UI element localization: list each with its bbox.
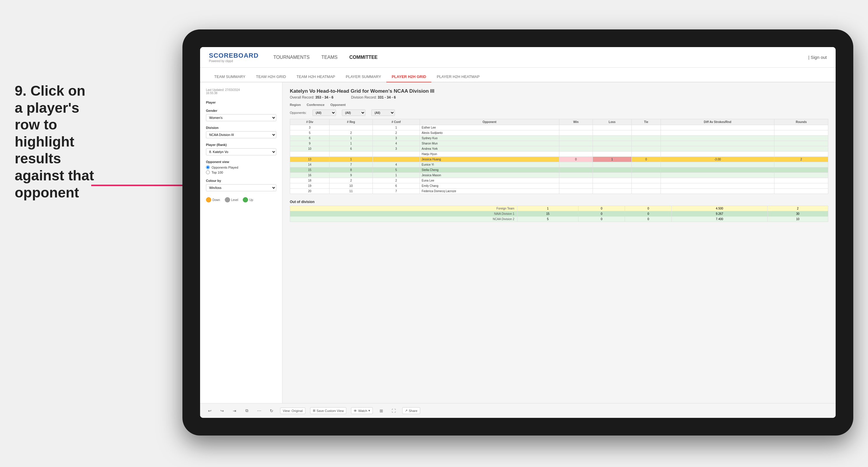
cell-win: [559, 183, 593, 189]
cell-reg: 7: [330, 162, 372, 167]
table-row[interactable]: 20 11 7 Federica Domecq Lacroze: [290, 189, 828, 194]
cell-tie: [631, 167, 660, 173]
cell-conf: 2: [372, 178, 420, 183]
cell-rounds: [774, 136, 828, 141]
fullscreen-button[interactable]: ⛶: [390, 407, 398, 415]
conference-filter[interactable]: (All): [342, 110, 366, 116]
bottom-toolbar: ↩ ↪ ⇥ ⧉ ⋯ ↻ View: Original ⊞ Save Custom…: [200, 403, 836, 418]
cell-conf: 3: [372, 146, 420, 152]
out-cell-win: 15: [518, 211, 578, 217]
cell-loss: [593, 125, 631, 130]
opponents-label: Opponents:: [290, 111, 307, 115]
region-filter[interactable]: (All): [312, 110, 336, 116]
cell-win: [559, 146, 593, 152]
cell-opponent: Alexis Sudjianto: [420, 130, 559, 136]
zoom-button[interactable]: ⊞: [377, 407, 385, 415]
cell-conf: 7: [372, 189, 420, 194]
table-row[interactable]: 19 10 6 Emily Chang: [290, 183, 828, 189]
copy-button[interactable]: ⧉: [243, 407, 251, 415]
col-win: Win: [559, 119, 593, 125]
cell-conf: [372, 152, 420, 157]
nav-tournaments[interactable]: TOURNAMENTS: [273, 53, 310, 62]
table-row[interactable]: 10 6 3 Andrea York: [290, 146, 828, 152]
table-row[interactable]: 9 1 4 Sharon Mun: [290, 141, 828, 146]
tab-team-h2h-grid[interactable]: TEAM H2H GRID: [251, 71, 291, 83]
undo-button[interactable]: ↩: [206, 407, 214, 415]
out-of-division-row[interactable]: Foreign Team 1 0 0 4.500 2: [290, 206, 828, 211]
cell-conf: 1: [372, 125, 420, 130]
cell-diff: -3.00: [661, 157, 774, 162]
cell-opponent: Sharon Mun: [420, 141, 559, 146]
cell-loss: 1: [593, 157, 631, 162]
cell-opponent: Federica Domecq Lacroze: [420, 189, 559, 194]
division-select[interactable]: NCAA Division III: [206, 131, 276, 138]
cell-win: 0: [559, 157, 593, 162]
opponent-filter[interactable]: (All): [371, 110, 395, 116]
gender-select[interactable]: Women's: [206, 114, 276, 121]
tab-player-h2h-heatmap[interactable]: PLAYER H2H HEATMAP: [431, 71, 485, 83]
cell-diff: [661, 152, 774, 157]
cell-reg: 9: [330, 173, 372, 178]
table-row[interactable]: 15 8 5 Stella Cheng: [290, 167, 828, 173]
table-row[interactable]: 18 2 2 Euna Lee: [290, 178, 828, 183]
cell-win: [559, 178, 593, 183]
tab-team-h2h-heatmap[interactable]: TEAM H2H HEATMAP: [291, 71, 340, 83]
table-row[interactable]: 6 1 3 Sydney Kuo: [290, 136, 828, 141]
more-button[interactable]: ⋯: [255, 407, 263, 415]
top100-radio[interactable]: Top 100: [206, 170, 276, 174]
nav-teams[interactable]: TEAMS: [321, 53, 338, 62]
col-reg: # Reg: [330, 119, 372, 125]
cell-win: [559, 152, 593, 157]
division-record: Division Record: 331 - 34 - 6: [351, 95, 396, 99]
tab-player-h2h-grid[interactable]: PLAYER H2H GRID: [386, 71, 431, 83]
cell-reg: 8: [330, 167, 372, 173]
watch-button[interactable]: 👁 Watch ▾: [351, 407, 373, 414]
out-cell-tie: 0: [625, 211, 672, 217]
legend: Down Level Up: [206, 197, 276, 203]
colour-by-select[interactable]: Win/loss: [206, 184, 276, 191]
tab-player-summary[interactable]: PLAYER SUMMARY: [340, 71, 386, 83]
out-cell-diff: 7.400: [672, 217, 767, 222]
col-diff: Diff Av Strokes/Rnd: [661, 119, 774, 125]
refresh-button[interactable]: ↻: [268, 407, 275, 415]
view-original-button[interactable]: View: Original: [280, 408, 305, 414]
cell-diff: [661, 136, 774, 141]
filters-row: Region Conference Opponent: [290, 103, 828, 106]
cell-tie: [631, 178, 660, 183]
table-row[interactable]: 5 2 2 Alexis Sudjianto: [290, 130, 828, 136]
table-row[interactable]: 14 7 4 Eunice Yi: [290, 162, 828, 167]
device-screen: SCOREBOARD Powered by clippd TOURNAMENTS…: [200, 47, 836, 418]
share-button[interactable]: ↗ Share: [402, 407, 420, 414]
forward-button[interactable]: ⇥: [231, 407, 238, 415]
cell-div: 6: [290, 136, 330, 141]
tab-team-summary[interactable]: TEAM SUMMARY: [209, 71, 251, 83]
cell-loss: [593, 173, 631, 178]
opponent-played-radio[interactable]: Opponents Played: [206, 165, 276, 169]
cell-conf: 6: [372, 183, 420, 189]
last-updated: Last Updated: 27/03/2024 16:55:38: [206, 88, 276, 95]
cell-rounds: [774, 130, 828, 136]
table-row[interactable]: 3 1 Esther Lee: [290, 125, 828, 130]
table-row[interactable]: 16 9 1 Jessica Mason: [290, 173, 828, 178]
table-row[interactable]: 13 1 Jessica Huang 0 1 0 -3.00 2: [290, 157, 828, 162]
cell-tie: [631, 136, 660, 141]
overall-record: Overall Record: 353 - 34 - 6: [290, 95, 333, 99]
nav-committee[interactable]: COMMITTEE: [349, 53, 377, 62]
cell-opponent: Jessica Mason: [420, 173, 559, 178]
device-frame: SCOREBOARD Powered by clippd TOURNAMENTS…: [182, 29, 853, 436]
out-of-division-row[interactable]: NAIA Division 1 15 0 0 9.267 30: [290, 211, 828, 217]
top-nav: SCOREBOARD Powered by clippd TOURNAMENTS…: [200, 47, 836, 68]
out-cell-loss: 0: [578, 206, 625, 211]
redo-button[interactable]: ↪: [218, 407, 226, 415]
cell-tie: [631, 141, 660, 146]
cell-tie: 0: [631, 157, 660, 162]
cell-opponent: Esther Lee: [420, 125, 559, 130]
cell-diff: [661, 125, 774, 130]
player-rank-select[interactable]: 8. Katelyn Vo: [206, 148, 276, 155]
save-custom-view-button[interactable]: ⊞ Save Custom View: [310, 407, 347, 414]
cell-rounds: [774, 167, 828, 173]
out-of-division-row[interactable]: NCAA Division 2 5 0 0 7.400 10: [290, 217, 828, 222]
sign-out[interactable]: | Sign out: [808, 55, 827, 60]
table-row[interactable]: Haeju Hyun: [290, 152, 828, 157]
cell-tie: [631, 152, 660, 157]
